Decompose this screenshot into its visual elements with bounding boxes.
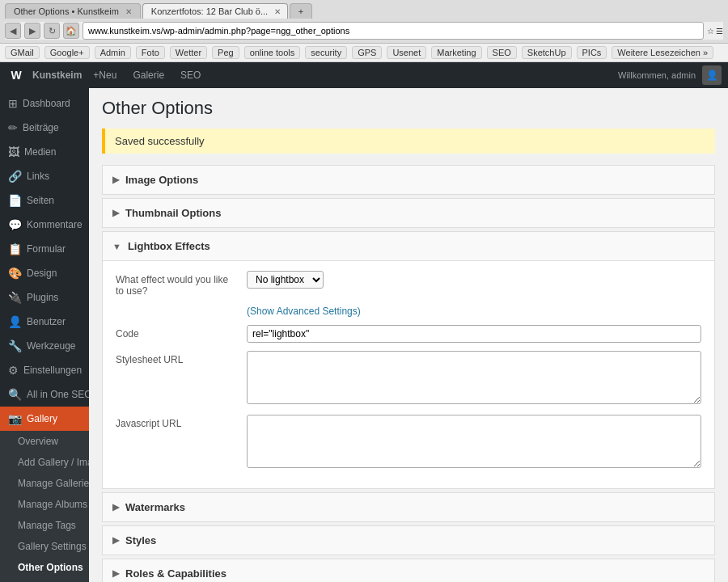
sidebar-subitem-upgrade[interactable]: Upgrade to Pro <box>0 578 89 582</box>
stylesheet-textarea[interactable] <box>247 351 701 404</box>
user-avatar[interactable]: 👤 <box>702 65 722 85</box>
accordion-image-options: ▶ Image Options <box>102 165 715 195</box>
chevron-right-icon-3: ▶ <box>112 502 119 512</box>
beitraege-icon: ✏ <box>8 121 18 134</box>
bookmark-admin[interactable]: Admin <box>95 46 131 59</box>
forward-button[interactable]: ▶ <box>24 23 40 39</box>
advanced-settings-link[interactable]: (Show Advanced Settings) <box>247 306 361 317</box>
sidebar-item-kommentare[interactable]: 💬 Kommentare <box>0 213 89 237</box>
sidebar-item-benutzer[interactable]: 👤 Benutzer <box>0 310 89 334</box>
lightbox-select[interactable]: No lightbox Thickbox Shutter Fancybox Li… <box>247 271 324 289</box>
stylesheet-label: Stylesheet URL <box>116 351 237 365</box>
chevron-down-icon: ▼ <box>112 242 121 251</box>
bookmark-sketchup[interactable]: SketchUp <box>522 46 572 59</box>
bookmark-foto[interactable]: Foto <box>136 46 165 59</box>
bookmark-wetter[interactable]: Wetter <box>170 46 207 59</box>
admin-bar-neu[interactable]: +Neu <box>88 70 121 81</box>
browser-tab-2[interactable]: Konzertfotos: 12 Bar Club ö... ✕ <box>142 3 288 19</box>
accordion-watermarks-header[interactable]: ▶ Watermarks <box>103 493 714 521</box>
bookmark-online-tools[interactable]: online tools <box>244 46 301 59</box>
tab-2-close[interactable]: ✕ <box>274 7 281 16</box>
bookmark-marketing[interactable]: Marketing <box>431 46 481 59</box>
sidebar-item-medien[interactable]: 🖼 Medien <box>0 140 89 164</box>
site-name[interactable]: Kunstkeim <box>32 70 82 81</box>
bookmark-peg[interactable]: Peg <box>212 46 239 59</box>
star-icon[interactable]: ☆ <box>707 27 714 36</box>
bookmark-pics[interactable]: PICs <box>577 46 607 59</box>
einstellungen-icon: ⚙ <box>8 364 19 377</box>
bookmark-more[interactable]: Weitere Lesezeichen » <box>612 46 713 59</box>
sidebar-item-beitraege[interactable]: ✏ Beiträge <box>0 116 89 140</box>
home-button[interactable]: 🏠 <box>63 23 79 39</box>
sidebar-label-seiten: Seiten <box>27 195 54 206</box>
accordion-styles-header[interactable]: ▶ Styles <box>103 526 714 555</box>
effect-value: No lightbox Thickbox Shutter Fancybox Li… <box>247 271 701 289</box>
accordion-lightbox-label: Lightbox Effects <box>128 240 210 252</box>
sidebar-item-seiten[interactable]: 📄 Seiten <box>0 188 89 213</box>
links-icon: 🔗 <box>8 170 22 183</box>
sidebar-item-formular[interactable]: 📋 Formular <box>0 237 89 261</box>
javascript-textarea[interactable] <box>247 415 701 468</box>
sidebar-subitem-add-gallery[interactable]: Add Gallery / Images <box>0 452 89 473</box>
address-input[interactable] <box>83 22 704 40</box>
back-button[interactable]: ◀ <box>5 23 21 39</box>
sidebar-label-beitraege: Beiträge <box>23 122 59 133</box>
accordion-lightbox-header[interactable]: ▼ Lightbox Effects <box>103 232 714 260</box>
bookmark-usenet[interactable]: Usenet <box>387 46 426 59</box>
accordion-lightbox-body: What effect would you like to use? No li… <box>103 260 714 488</box>
accordion-roles-header[interactable]: ▶ Roles & Capabilities <box>103 559 714 582</box>
seiten-icon: 📄 <box>8 194 22 207</box>
tab-3-label: + <box>298 6 303 16</box>
accordion-thumbnail-options-header[interactable]: ▶ Thumbnail Options <box>103 199 714 227</box>
sidebar-label-dashboard: Dashboard <box>23 98 70 109</box>
address-bar: ◀ ▶ ↻ 🏠 ☆ ☰ <box>5 22 723 40</box>
sidebar-subitem-other-options[interactable]: Other Options <box>0 557 89 578</box>
sidebar-subitem-manage-tags[interactable]: Manage Tags <box>0 515 89 536</box>
menu-icon[interactable]: ☰ <box>716 27 723 36</box>
chevron-right-icon-4: ▶ <box>112 535 119 546</box>
form-row-javascript: Javascript URL <box>116 415 701 470</box>
bookmark-gps[interactable]: GPS <box>352 46 382 59</box>
sidebar-label-werkzeuge: Werkzeuge <box>27 340 75 352</box>
browser-action-icons: ☆ ☰ <box>707 27 723 36</box>
formular-icon: 📋 <box>8 242 22 255</box>
admin-bar-seo[interactable]: SEO <box>176 70 205 81</box>
sidebar-item-plugins[interactable]: 🔌 Plugins <box>0 285 89 310</box>
sidebar-item-design[interactable]: 🎨 Design <box>0 261 89 285</box>
sidebar-item-links[interactable]: 🔗 Links <box>0 164 89 188</box>
browser-tab-1[interactable]: Other Options • Kunstkeim ✕ <box>5 3 141 19</box>
sidebar-label-links: Links <box>27 171 49 182</box>
bookmark-googleplus[interactable]: Google+ <box>44 46 90 59</box>
sidebar-subitem-manage-albums[interactable]: Manage Albums <box>0 494 89 515</box>
sidebar-item-dashboard[interactable]: ⊞ Dashboard <box>0 91 89 116</box>
admin-bar-galerie[interactable]: Galerie <box>128 70 169 81</box>
accordion-styles: ▶ Styles <box>102 525 715 555</box>
werkzeuge-icon: 🔧 <box>8 340 22 352</box>
browser-tab-3[interactable]: + <box>290 3 312 19</box>
refresh-button[interactable]: ↻ <box>44 23 60 39</box>
sidebar-subitem-overview[interactable]: Overview <box>0 431 89 452</box>
sidebar-label-allinoneseo: All in One SEO <box>27 389 92 400</box>
gallery-submenu: Overview Add Gallery / Images Manage Gal… <box>0 431 89 582</box>
accordion-lightbox-effects: ▼ Lightbox Effects What effect would you… <box>102 231 715 489</box>
sidebar-subitem-gallery-settings[interactable]: Gallery Settings <box>0 536 89 557</box>
sidebar-label-gallery: Gallery <box>27 413 57 424</box>
sidebar-subitem-manage-galleries[interactable]: Manage Galleries <box>0 473 89 494</box>
sidebar-item-werkzeuge[interactable]: 🔧 Werkzeuge <box>0 334 89 358</box>
sidebar-item-allinoneseo[interactable]: 🔍 All in One SEO <box>0 382 89 407</box>
stylesheet-value <box>247 351 701 407</box>
sidebar-item-gallery[interactable]: 📷 Gallery <box>0 407 89 431</box>
tab-1-label: Other Options • Kunstkeim <box>14 6 119 16</box>
bookmark-seo[interactable]: SEO <box>487 46 517 59</box>
sidebar-label-design: Design <box>27 268 57 279</box>
bookmark-security[interactable]: security <box>305 46 347 59</box>
sidebar-item-einstellungen[interactable]: ⚙ Einstellungen <box>0 358 89 382</box>
accordion-image-options-header[interactable]: ▶ Image Options <box>103 166 714 194</box>
tab-1-close[interactable]: ✕ <box>125 7 132 16</box>
code-input[interactable] <box>247 325 701 343</box>
design-icon: 🎨 <box>8 267 22 280</box>
bookmark-gmail[interactable]: GMail <box>5 46 40 59</box>
advanced-label-empty <box>116 305 237 308</box>
accordion-watermarks-label: Watermarks <box>125 501 185 513</box>
medien-icon: 🖼 <box>8 146 19 158</box>
